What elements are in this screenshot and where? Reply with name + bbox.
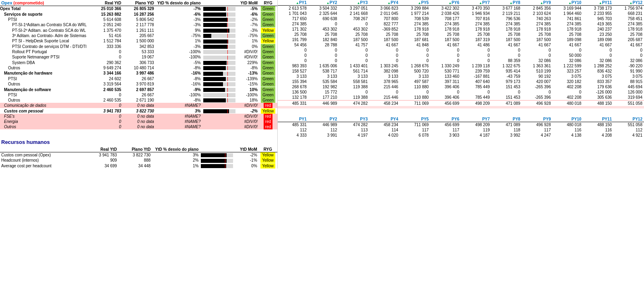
recursos-right-row-2-col-11: 4 921	[613, 133, 644, 138]
opex-right-row-5-col-9: 25 708	[552, 32, 583, 37]
opex-right-row-8-col-5: 0	[430, 48, 461, 53]
opex-row-label-3: PT-SI-1ºAditam.ao Contrato SCA do WRL	[0, 22, 90, 27]
triangle-up-icon	[510, 0, 513, 5]
opex-row-bar-1	[202, 11, 239, 17]
opex-row-real-22: 0	[90, 124, 123, 129]
opex-row-plano-17: 2 671 190	[122, 98, 155, 103]
opex-right-row-8-col-1: 0	[308, 48, 339, 53]
opex-row-label-12: Manutenção de hardware	[0, 71, 90, 76]
opex-right-row-14-col-4: 497 587	[400, 79, 430, 84]
recursos-title: Recursos humanos	[1, 139, 50, 145]
opex-row-real-9: 0	[90, 54, 123, 60]
opex-row-pct-11: -8%	[155, 65, 202, 71]
opex-row-ryg-17: Green	[259, 98, 277, 103]
opex-right-row-6-col-4: 187 681	[400, 37, 430, 42]
opex-right-row-11-col-6: 1 239 118	[461, 63, 491, 69]
opex-py-header-py3: PY3	[339, 0, 369, 6]
triangle-up-icon	[540, 0, 543, 5]
opex-ryg-badge-1: Green	[261, 12, 275, 17]
opex-right-row-5-col-7: 25 708	[491, 32, 522, 37]
opex-row-pct-1: -6%	[155, 11, 202, 17]
opex-right-row-16-col-5: 0	[430, 89, 461, 95]
triangle-up-icon	[568, 0, 572, 5]
opex-row-bar-18	[202, 103, 239, 108]
opex-row-mom-3: -7%	[239, 22, 259, 27]
opex-right-row-13-col-11: 3 075	[613, 74, 644, 79]
opex-row-label-19: Custos com pessoal	[0, 108, 90, 113]
recursos-row-pct-1: 2%	[152, 158, 200, 163]
opex-right-row-9-col-9: 50 000	[552, 53, 583, 58]
section-gap	[0, 129, 277, 137]
opex-right-row-2-col-2: 708 267	[339, 16, 369, 21]
recursos-right-row-2-col-2: 4 197	[339, 133, 369, 138]
opex-ryg-badge-8: Green	[261, 49, 275, 54]
opex-right-row-1-col-3: 2 011 045	[369, 11, 400, 16]
opex-right-row-17-col-7: 151 453	[491, 95, 522, 100]
opex-row-ryg-15: Green	[259, 87, 277, 92]
opex-row-pct-2: -3%	[155, 17, 202, 22]
opex-row-label-13: PTSI	[0, 76, 90, 81]
opex-row-real-14: 3 319 564	[90, 81, 123, 87]
opex-ryg-badge-6: Yellow	[261, 38, 276, 44]
main-container: Opex (comprometido) Real YtD Plano YtD Y…	[0, 0, 644, 169]
opex-ryg-badge-7: Green	[261, 44, 275, 49]
opex-row-bar-20	[202, 114, 239, 119]
opex-right-row-12-col-2: 561 714	[339, 69, 369, 74]
opex-right-row-2-col-5: 708 177	[430, 16, 461, 21]
recursos-right-row-0-col-8: 496 928	[522, 122, 553, 128]
opex-row-mom-19: -2%	[239, 108, 259, 113]
opex-row-real-15: 2 460 535	[90, 87, 123, 92]
recursos-right-row-2-col-10: 4 208	[583, 133, 613, 138]
opex-right-row-17-col-9: 402 208	[552, 95, 583, 100]
recursos-py-header-py6: PY6	[430, 116, 461, 122]
opex-right-row-11-col-1: 1 635 006	[308, 63, 339, 69]
opex-right-row-1-col-11: 668 231	[613, 11, 644, 16]
opex-row-label-8: Rollout PT Portugal	[0, 49, 90, 54]
opex-right-row-8-col-7: 0	[491, 48, 522, 53]
opex-right-row-3-col-9: 274 385	[552, 21, 583, 27]
opex-right-row-4-col-9: 178 918	[552, 27, 583, 32]
recursos-ryg-badge-1: Yellow	[260, 158, 275, 163]
opex-ryg-badge-2: Green	[261, 17, 275, 22]
opex-right-row-2-col-8: 740 263	[522, 16, 553, 21]
opex-row-mom-10: 229%	[239, 60, 259, 65]
opex-right-row-4-col-10: 240 237	[583, 27, 613, 32]
opex-row-plano-9: 19 067	[122, 54, 155, 60]
opex-right-row-3-col-1: 0	[308, 21, 339, 27]
opex-row-plano-7: 342 853	[122, 44, 155, 49]
recursos-right-row-1-col-8: 117	[522, 127, 553, 133]
opex-row-label-14: Outros	[0, 81, 90, 87]
opex-right-row-8-col-0: 0	[278, 48, 308, 53]
opex-right-row-14-col-3: 378 965	[369, 79, 400, 84]
recursos-row-mom-2: 0%	[238, 163, 258, 169]
opex-right-row-6-col-2: 187 500	[339, 37, 369, 42]
recursos-py-header-py5: PY5	[400, 116, 430, 122]
opex-right-row-0-col-3: 3 066 823	[369, 6, 400, 11]
recursos-header-real-ytd: Real YtD	[85, 147, 118, 152]
recursos-right-row-1-col-7: 118	[491, 127, 522, 133]
opex-right-row-9-col-6: 0	[461, 53, 491, 58]
recursos-right-row-0-col-2: 474 282	[339, 122, 369, 128]
recursos-right-row-2-col-6: 4 187	[461, 133, 491, 138]
opex-right-row-6-col-0: 191 799	[278, 37, 308, 42]
opex-right-row-15-col-4: 110 880	[400, 84, 430, 89]
opex-row-mom-17: 18%	[239, 98, 259, 103]
opex-right-row-9-col-7: 0	[491, 53, 522, 58]
opex-right-row-19-col-6: 498 209	[461, 101, 491, 106]
opex-right-row-3-col-4: 274 385	[400, 21, 430, 27]
opex-row-label-21: Energia	[0, 119, 90, 124]
opex-right-row-0-col-11: 1 756 974	[613, 6, 644, 11]
triangle-up-icon	[326, 0, 330, 5]
opex-right-row-4-col-4: 178 918	[400, 27, 430, 32]
opex-right-row-19-col-10: 488 150	[583, 101, 613, 106]
opex-right-row-0-col-4: 3 299 884	[400, 6, 430, 11]
opex-right-row-11-col-5: 1 330 249	[430, 63, 461, 69]
opex-right-row-1-col-4: 1 977 214	[400, 11, 430, 16]
opex-right-row-15-col-11: 445 694	[613, 84, 644, 89]
recursos-section-gap	[278, 108, 644, 116]
opex-right-row-13-col-0: 3 133	[278, 74, 308, 79]
opex-right-row-16-col-11: 126 000	[613, 89, 644, 95]
opex-row-ryg-7: Green	[259, 44, 277, 49]
recursos-ryg-badge-2: Yellow	[260, 163, 275, 169]
opex-right-row-6-col-5: 187 500	[430, 37, 461, 42]
